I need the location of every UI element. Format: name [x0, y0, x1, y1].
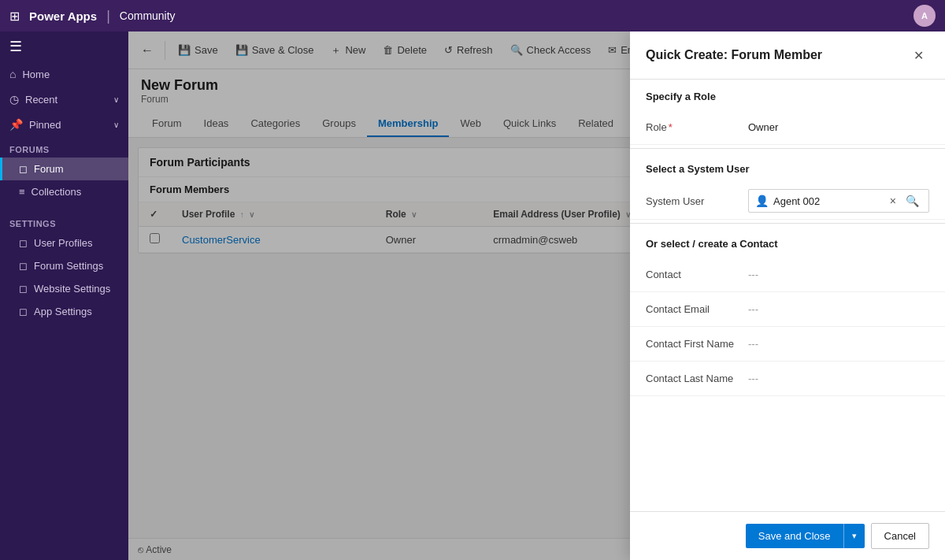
chevron-down-icon: ∨: [113, 121, 119, 129]
role-required-marker: *: [669, 121, 673, 133]
sidebar-item-forum[interactable]: ◻ Forum: [0, 158, 128, 180]
sidebar-item-app-settings[interactable]: ◻ App Settings: [0, 300, 128, 323]
contact-email-field-row: Contact Email ---: [630, 292, 945, 327]
system-user-input[interactable]: 👤 Agent 002 × 🔍: [748, 189, 929, 213]
hamburger-icon[interactable]: ☰: [0, 32, 128, 61]
sidebar-forum-settings-label: Forum Settings: [34, 260, 103, 272]
contact-first-name-field-row: Contact First Name ---: [630, 327, 945, 362]
cancel-button[interactable]: Cancel: [871, 523, 929, 549]
pin-icon: 📌: [9, 118, 23, 131]
sidebar-item-forum-settings[interactable]: ◻ Forum Settings: [0, 254, 128, 277]
contact-email-label: Contact Email: [646, 303, 748, 315]
sidebar-item-recent[interactable]: ◷ Recent ∨: [0, 87, 128, 112]
sidebar-recent-label: Recent: [25, 94, 57, 106]
specify-role-header: Specify a Role: [630, 80, 945, 110]
contact-label: Contact: [646, 269, 748, 280]
qc-divider-2: [630, 223, 945, 224]
sidebar-item-user-profiles[interactable]: ◻ User Profiles: [0, 232, 128, 254]
sidebar-item-collections[interactable]: ≡ Collections: [0, 180, 128, 203]
clear-user-button[interactable]: ×: [887, 193, 899, 209]
save-close-btn-group: Save and Close ▾: [746, 524, 865, 548]
save-close-dropdown-button[interactable]: ▾: [843, 524, 865, 548]
or-select-contact-header: Or select / create a Contact: [630, 227, 945, 258]
grid-icon[interactable]: ⊞: [9, 9, 20, 24]
sidebar-item-home[interactable]: ⌂ Home: [0, 61, 128, 87]
qc-header: Quick Create: Forum Member ✕: [630, 32, 945, 80]
forum-settings-icon: ◻: [19, 260, 28, 272]
sidebar-collections-label: Collections: [32, 186, 82, 198]
sidebar-user-profiles-label: User Profiles: [34, 237, 92, 249]
app-settings-icon: ◻: [19, 306, 28, 317]
collections-icon: ≡: [19, 186, 25, 198]
select-system-user-header: Select a System User: [630, 152, 945, 183]
website-settings-icon: ◻: [19, 283, 28, 295]
settings-section-header: Settings: [0, 211, 128, 232]
search-user-button[interactable]: 🔍: [902, 193, 922, 209]
forum-icon: ◻: [19, 163, 28, 175]
avatar[interactable]: A: [914, 5, 936, 27]
user-profiles-icon: ◻: [19, 237, 28, 249]
sidebar-item-pinned[interactable]: 📌 Pinned ∨: [0, 112, 128, 137]
system-user-label: System User: [646, 195, 748, 207]
role-field-row: Role* Owner: [630, 110, 945, 145]
qc-footer: Save and Close ▾ Cancel: [630, 511, 945, 560]
topbar-environment: Community: [120, 9, 176, 22]
sidebar-pinned-label: Pinned: [29, 119, 61, 131]
main-layout: ☰ ⌂ Home ◷ Recent ∨ 📌 Pinned ∨ Forums ◻ …: [0, 32, 945, 560]
qc-body: Specify a Role Role* Owner Select a Syst…: [630, 80, 945, 511]
home-icon: ⌂: [9, 68, 16, 80]
contact-last-name-label: Contact Last Name: [646, 373, 748, 384]
sidebar: ☰ ⌂ Home ◷ Recent ∨ 📌 Pinned ∨ Forums ◻ …: [0, 32, 128, 560]
topbar-divider: |: [106, 8, 110, 24]
sidebar-app-settings-label: App Settings: [34, 306, 92, 317]
sidebar-item-website-settings[interactable]: ◻ Website Settings: [0, 277, 128, 300]
save-and-close-button[interactable]: Save and Close: [746, 524, 843, 548]
sidebar-forum-label: Forum: [34, 163, 64, 175]
app-name: Power Apps: [29, 9, 97, 23]
forums-section-header: Forums: [0, 137, 128, 158]
user-icon: 👤: [755, 195, 769, 207]
sidebar-home-label: Home: [22, 69, 50, 80]
contact-field-row: Contact ---: [630, 258, 945, 292]
qc-close-button[interactable]: ✕: [907, 44, 929, 66]
role-field-value: Owner: [748, 121, 929, 133]
system-user-name: Agent 002: [773, 195, 887, 207]
role-field-label: Role*: [646, 121, 748, 133]
system-user-field-row: System User 👤 Agent 002 × 🔍: [630, 183, 945, 220]
topbar: ⊞ Power Apps | Community A: [0, 0, 945, 32]
contact-last-name-value: ---: [748, 373, 929, 384]
chevron-down-icon: ∨: [113, 95, 119, 104]
recent-icon: ◷: [9, 93, 19, 106]
contact-first-name-value: ---: [748, 338, 929, 350]
contact-last-name-field-row: Contact Last Name ---: [630, 362, 945, 396]
sidebar-website-settings-label: Website Settings: [34, 283, 110, 295]
contact-email-value: ---: [748, 303, 929, 315]
content-area: ← 💾 Save 💾 Save & Close ＋ New 🗑 Delete ↺…: [128, 32, 945, 560]
quick-create-panel: Quick Create: Forum Member ✕ Specify a R…: [630, 32, 945, 560]
qc-title: Quick Create: Forum Member: [646, 48, 822, 62]
contact-value: ---: [748, 269, 929, 280]
qc-divider-1: [630, 148, 945, 149]
topbar-right: A: [914, 5, 936, 27]
contact-first-name-label: Contact First Name: [646, 338, 748, 350]
